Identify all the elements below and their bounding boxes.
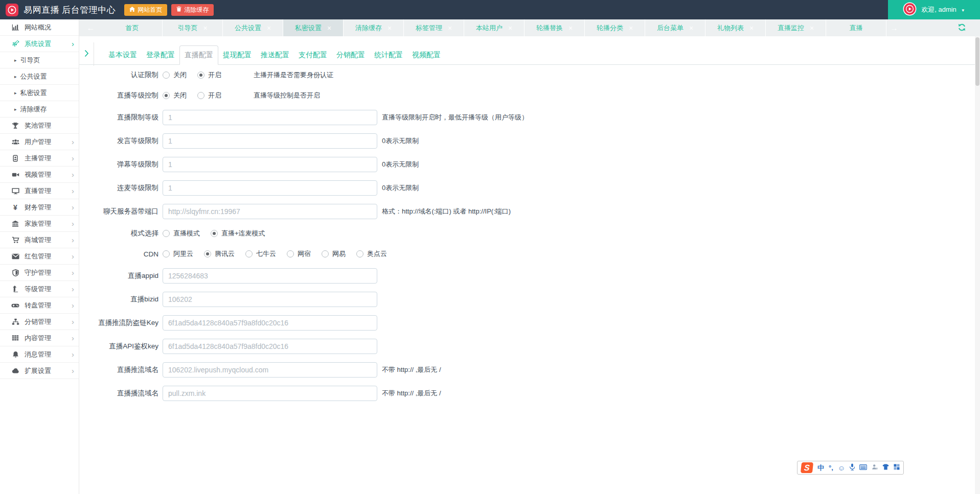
close-icon[interactable]: ×	[203, 25, 207, 32]
ime-punctuation-icon[interactable]: °,	[829, 464, 833, 472]
tab-admin-menu[interactable]: 后台菜单×	[645, 19, 705, 36]
ime-toolbox-icon[interactable]	[894, 464, 900, 472]
radio-button[interactable]	[197, 72, 204, 79]
subtab-video-config[interactable]: 视频配置	[407, 46, 445, 64]
sidebar-item-anchor-management[interactable]: 主播管理›	[0, 150, 79, 167]
radio-option[interactable]: 直播模式	[163, 229, 200, 238]
tab-scroll-right-button[interactable]: →	[886, 19, 902, 36]
sidebar-item-video-management[interactable]: 视频管理›	[0, 167, 79, 183]
sidebar-item-system-settings[interactable]: 系统设置 ›	[0, 36, 79, 52]
subtab-statistics-config[interactable]: 统计配置	[370, 46, 407, 64]
radio-option[interactable]: 开启	[197, 91, 221, 100]
close-icon[interactable]: ×	[629, 25, 633, 32]
tab-scroll-left-button[interactable]: ←	[79, 19, 102, 36]
close-icon[interactable]: ×	[689, 25, 693, 32]
radio-option[interactable]: 开启	[197, 70, 221, 80]
radio-button[interactable]	[287, 250, 294, 257]
close-icon[interactable]: ×	[388, 25, 392, 32]
api-auth-key-input[interactable]	[163, 339, 377, 354]
sidebar-item-guide-page[interactable]: ▸引导页	[0, 52, 79, 68]
ime-microphone-icon[interactable]	[850, 463, 855, 472]
radio-button[interactable]	[197, 92, 204, 99]
refresh-button[interactable]	[957, 22, 967, 34]
ime-skin-shirt-icon[interactable]	[882, 464, 889, 472]
sidebar-item-private-settings[interactable]: ▸私密设置	[0, 85, 79, 101]
tab-site-users[interactable]: 本站用户×	[464, 19, 525, 36]
tab-guide-page[interactable]: 引导页×	[163, 19, 223, 36]
sogou-logo-icon[interactable]: S	[801, 462, 813, 473]
sidebar-item-extension-settings[interactable]: 扩展设置›	[0, 363, 79, 379]
live-bizid-input[interactable]	[163, 292, 377, 307]
danmaku-level-limit-input[interactable]	[163, 157, 377, 172]
pull-domain-input[interactable]	[163, 386, 377, 401]
radio-option[interactable]: 网易	[322, 249, 346, 258]
tab-carousel-replace[interactable]: 轮播替换×	[525, 19, 585, 36]
radio-button[interactable]	[322, 250, 329, 257]
radio-button[interactable]	[245, 250, 253, 257]
tab-tag-management[interactable]: 标签管理×	[404, 19, 464, 36]
sidebar-item-public-settings[interactable]: ▸公共设置	[0, 68, 79, 85]
sidebar-collapse-handle[interactable]	[79, 42, 94, 66]
sidebar-item-mall-management[interactable]: 商城管理›	[0, 232, 79, 248]
sidebar-item-guard-management[interactable]: 守护管理›	[0, 265, 79, 281]
ime-keyboard-icon[interactable]	[859, 464, 867, 472]
tab-public-settings[interactable]: 公共设置×	[223, 19, 283, 36]
radio-option[interactable]: 直播+连麦模式	[211, 229, 265, 238]
tab-clear-cache[interactable]: 清除缓存×	[344, 19, 404, 36]
close-icon[interactable]: ×	[327, 25, 331, 32]
radio-option[interactable]: 腾讯云	[204, 249, 235, 258]
admin-menu[interactable]: 欢迎, admin ▼	[888, 0, 980, 19]
subtab-login-config[interactable]: 登录配置	[142, 46, 179, 64]
radio-button[interactable]	[163, 250, 170, 257]
lianmai-level-limit-input[interactable]	[163, 180, 377, 196]
close-icon[interactable]: ×	[568, 25, 573, 32]
radio-option[interactable]: 七牛云	[245, 249, 276, 258]
clear-cache-button[interactable]: 清除缓存	[171, 4, 214, 16]
subtab-payment-config[interactable]: 支付配置	[294, 46, 332, 64]
subtab-push-config[interactable]: 推送配置	[256, 46, 294, 64]
radio-option[interactable]: 网宿	[287, 249, 311, 258]
subtab-live-config[interactable]: 直播配置	[179, 45, 218, 65]
sidebar-item-wheel-management[interactable]: 转盘管理›	[0, 297, 79, 314]
close-icon[interactable]: ×	[749, 25, 754, 32]
sidebar-item-clear-cache[interactable]: ▸清除缓存	[0, 101, 79, 117]
sidebar-item-message-management[interactable]: 消息管理›	[0, 346, 79, 363]
sidebar-item-prize-pool[interactable]: 奖池管理	[0, 117, 79, 134]
speak-level-limit-input[interactable]	[163, 133, 377, 149]
radio-button[interactable]	[163, 230, 170, 237]
radio-option[interactable]: 奥点云	[356, 249, 387, 258]
tab-home[interactable]: 首页	[102, 19, 163, 36]
radio-button[interactable]	[211, 230, 218, 237]
sidebar-item-red-packet-management[interactable]: 红包管理›	[0, 248, 79, 265]
close-icon[interactable]: ×	[508, 25, 512, 32]
radio-option[interactable]: 关闭	[163, 91, 187, 100]
site-home-button[interactable]: 网站首页	[124, 4, 167, 16]
tab-live[interactable]: 直播	[826, 19, 886, 36]
sidebar-item-site-overview[interactable]: 网站概况	[0, 19, 79, 36]
push-domain-input[interactable]	[163, 362, 377, 378]
subtab-withdraw-config[interactable]: 提现配置	[218, 46, 256, 64]
close-icon[interactable]: ×	[810, 25, 814, 32]
sidebar-item-family-management[interactable]: 家族管理›	[0, 216, 79, 232]
sidebar-item-level-management[interactable]: 等级管理›	[0, 281, 79, 297]
tab-live-monitor[interactable]: 直播监控×	[766, 19, 826, 36]
subtab-distribution-config[interactable]: 分销配置	[332, 46, 370, 64]
tab-carousel-category[interactable]: 轮播分类×	[585, 19, 645, 36]
sidebar-item-live-management[interactable]: 直播管理›	[0, 183, 79, 199]
ime-emoji-icon[interactable]: ☺	[838, 464, 845, 472]
live-limit-level-input[interactable]	[163, 110, 377, 125]
radio-option[interactable]: 阿里云	[163, 249, 193, 258]
tab-private-settings[interactable]: 私密设置×	[283, 19, 344, 36]
subtab-basic-settings[interactable]: 基本设置	[104, 46, 142, 64]
radio-button[interactable]	[356, 250, 363, 257]
live-appid-input[interactable]	[163, 268, 377, 284]
scrollbar-thumb[interactable]	[975, 37, 979, 86]
vertical-scrollbar[interactable]	[975, 36, 980, 494]
radio-button[interactable]	[204, 250, 211, 257]
close-icon[interactable]: ×	[267, 25, 271, 32]
sidebar-item-finance-management[interactable]: ¥ 财务管理›	[0, 199, 79, 216]
sidebar-item-content-management[interactable]: 内容管理›	[0, 330, 79, 346]
ime-skin-person-icon[interactable]	[872, 464, 878, 472]
radio-button[interactable]	[163, 92, 170, 99]
ime-language-mode-icon[interactable]: 中	[817, 463, 824, 473]
